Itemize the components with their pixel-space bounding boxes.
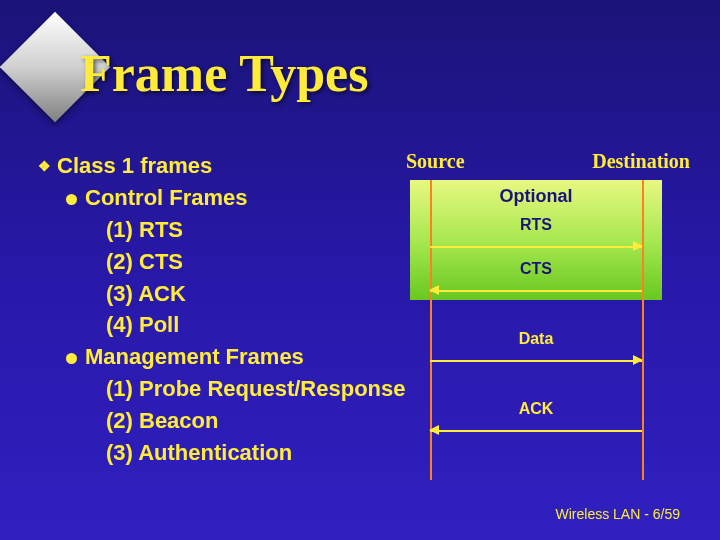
- bullet-class1: ❖ Class 1 frames: [38, 150, 406, 182]
- circle-bullet-icon: [66, 353, 77, 364]
- arrow-right-icon: [633, 241, 643, 251]
- diamond-bullet-icon: ❖: [38, 156, 51, 176]
- destination-label: Destination: [592, 150, 690, 173]
- bullet-class1-text: Class 1 frames: [57, 150, 212, 182]
- control-item-2: (2) CTS: [106, 246, 406, 278]
- mgmt-item-3: (3) Authentication: [106, 437, 406, 469]
- bullet-control: Control Frames: [66, 182, 406, 214]
- arrow-left-icon: [429, 285, 439, 295]
- arrow-line: [430, 246, 642, 248]
- control-item-1: (1) RTS: [106, 214, 406, 246]
- arrow-right-icon: [633, 355, 643, 365]
- circle-bullet-icon: [66, 194, 77, 205]
- destination-timeline: [642, 180, 644, 480]
- rts-arrow: RTS: [430, 236, 642, 256]
- bullet-mgmt-text: Management Frames: [85, 341, 304, 373]
- optional-label: Optional: [410, 186, 662, 207]
- bullet-control-text: Control Frames: [85, 182, 248, 214]
- source-label: Source: [406, 150, 465, 173]
- slide-title: Frame Types: [80, 44, 368, 103]
- bullet-mgmt: Management Frames: [66, 341, 406, 373]
- cts-label: CTS: [430, 260, 642, 278]
- data-arrow: Data: [430, 350, 642, 370]
- rts-label: RTS: [430, 216, 642, 234]
- timing-diagram: Source Destination Optional RTS CTS Data…: [380, 150, 690, 480]
- slide-footer: Wireless LAN - 6/59: [556, 506, 680, 522]
- arrow-line: [430, 290, 642, 292]
- ack-arrow: ACK: [430, 420, 642, 440]
- cts-arrow: CTS: [430, 280, 642, 300]
- mgmt-item-2: (2) Beacon: [106, 405, 406, 437]
- bullet-content: ❖ Class 1 frames Control Frames (1) RTS …: [38, 150, 406, 469]
- data-label: Data: [430, 330, 642, 348]
- mgmt-item-1: (1) Probe Request/Response: [106, 373, 406, 405]
- control-item-3: (3) ACK: [106, 278, 406, 310]
- ack-label: ACK: [430, 400, 642, 418]
- arrow-line: [430, 360, 642, 362]
- arrow-left-icon: [429, 425, 439, 435]
- arrow-line: [430, 430, 642, 432]
- control-item-4: (4) Poll: [106, 309, 406, 341]
